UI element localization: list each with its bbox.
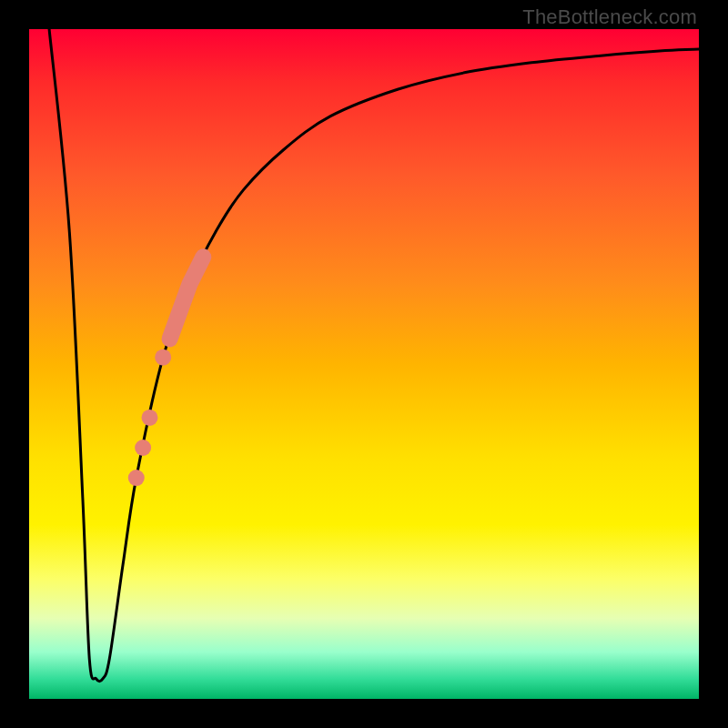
chart-plot-area xyxy=(0,0,728,728)
watermark-text: TheBottleneck.com xyxy=(522,5,697,29)
